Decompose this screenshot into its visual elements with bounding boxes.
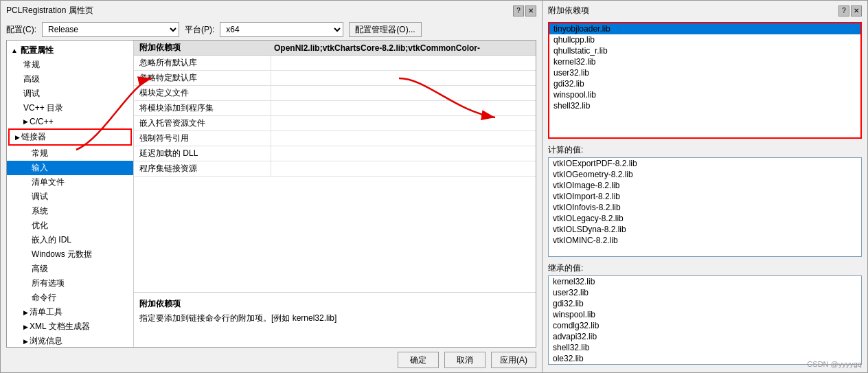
expand-icon: ▲ xyxy=(11,47,18,54)
right-titlebar-buttons: ? ✕ xyxy=(838,5,862,16)
prop-name-ignore-specific: 忽略特定默认库 xyxy=(134,71,271,85)
prop-name-add-module: 将模块添加到程序集 xyxy=(134,101,271,115)
close-button[interactable]: ✕ xyxy=(525,5,536,16)
tree-item-idl[interactable]: 嵌入的 IDL xyxy=(7,233,133,247)
prop-row: 嵌入托管资源文件 xyxy=(134,116,536,131)
tree-item-optimize[interactable]: 优化 xyxy=(7,218,133,233)
platform-label: 平台(P): xyxy=(185,24,214,36)
tree-item-linker-general[interactable]: 常规 xyxy=(7,146,133,161)
description-text: 指定要添加到链接命令行的附加项。[例如 kernel32.lib] xyxy=(139,313,530,324)
help-button[interactable]: ? xyxy=(513,5,524,16)
dep-item-inh-shell32[interactable]: shell32.lib xyxy=(549,342,861,353)
prop-row: 将模块添加到程序集 xyxy=(134,101,536,116)
tree-item-all-options[interactable]: 所有选项 xyxy=(7,276,133,291)
tree-item-cpp[interactable]: ▶ C/C++ xyxy=(7,115,133,128)
apply-button[interactable]: 应用(A) xyxy=(491,352,536,368)
prop-value-embed-managed[interactable] xyxy=(271,116,536,131)
dep-item-qhullcpp[interactable]: qhullcpp.lib xyxy=(549,34,860,45)
prop-value-ignore-all[interactable] xyxy=(271,56,536,70)
prop-header-value[interactable]: OpenNI2.lib;vtkChartsCore-8.2.lib;vtkCom… xyxy=(271,41,536,55)
inherited-label: 继承的值: xyxy=(548,262,862,274)
tree-item-cmdline[interactable]: 命令行 xyxy=(7,291,133,305)
tree-panel: ▲ 配置属性 常规 高级 调试 VC++ 目录 ▶ C/C++ ▶ 链接器 常规… xyxy=(7,41,134,347)
description-area: 附加依赖项 指定要添加到链接命令行的附加项。[例如 kernel32.lib] xyxy=(134,292,536,347)
top-dep-listbox[interactable]: tinyobjloader.lib qhullcpp.lib qhullstat… xyxy=(548,22,862,139)
dep-item-user32[interactable]: user32.lib xyxy=(549,67,860,78)
dep-item-ioimport[interactable]: vtkIOImport-8.2.lib xyxy=(549,191,861,202)
tree-item-system[interactable]: 系统 xyxy=(7,204,133,218)
prop-value-ignore-specific[interactable] xyxy=(271,71,536,85)
dep-item-inh-winspool[interactable]: winspool.lib xyxy=(549,309,861,320)
prop-value-module-def[interactable] xyxy=(271,86,536,100)
prop-header-row: 附加依赖项 OpenNI2.lib;vtkChartsCore-8.2.lib;… xyxy=(134,41,536,56)
config-select[interactable]: Release xyxy=(42,22,179,37)
prop-name-force-sym: 强制符号引用 xyxy=(134,131,271,146)
dep-item-inh-user32[interactable]: user32.lib xyxy=(549,287,861,298)
cancel-button[interactable]: 取消 xyxy=(444,352,486,368)
tree-item-xml-doc[interactable]: ▶ XML 文档生成器 xyxy=(7,319,133,334)
dep-item-inh-kernel32[interactable]: kernel32.lib xyxy=(549,276,861,287)
tree-item-debug[interactable]: 调试 xyxy=(7,87,133,101)
dep-item-gdi32[interactable]: gdi32.lib xyxy=(549,78,860,89)
dep-item-winspool[interactable]: winspool.lib xyxy=(549,89,860,100)
right-dialog: 附加依赖项 ? ✕ tinyobjloader.lib qhullcpp.lib… xyxy=(542,0,868,373)
dep-item-iominc[interactable]: vtkIOMINC-8.2.lib xyxy=(549,235,861,246)
dep-item-kernel32[interactable]: kernel32.lib xyxy=(549,56,860,67)
prop-row: 程序集链接资源 xyxy=(134,161,536,177)
prop-value-add-module[interactable] xyxy=(271,101,536,115)
tree-item-advanced[interactable]: 高级 xyxy=(7,72,133,87)
config-label: 配置(C): xyxy=(6,24,36,36)
prop-value-delay-dll[interactable] xyxy=(271,146,536,161)
tree-item-general[interactable]: 常规 xyxy=(7,58,133,72)
dep-item-ioinfovis[interactable]: vtkIOInfovis-8.2.lib xyxy=(549,202,861,213)
dep-item-inh-gdi32[interactable]: gdi32.lib xyxy=(549,298,861,309)
tree-section-config: ▲ 配置属性 xyxy=(7,43,133,58)
prop-name-module-def: 模块定义文件 xyxy=(134,86,271,100)
prop-value-force-sym[interactable] xyxy=(271,131,536,146)
main-titlebar: PCLRegistration 属性页 ? ✕ xyxy=(1,1,542,19)
tree-item-linker-input[interactable]: 输入 xyxy=(7,161,133,175)
dep-item-inh-comdlg32[interactable]: comdlg32.lib xyxy=(549,320,861,331)
tree-item-windows-meta[interactable]: Windows 元数据 xyxy=(7,247,133,262)
prop-header-name: 附加依赖项 xyxy=(134,41,271,55)
main-dialog: PCLRegistration 属性页 ? ✕ 配置(C): Release 平… xyxy=(0,0,542,373)
dialog-content: ▲ 配置属性 常规 高级 调试 VC++ 目录 ▶ C/C++ ▶ 链接器 常规… xyxy=(6,40,536,348)
ok-button[interactable]: 确定 xyxy=(398,352,439,368)
right-dialog-titlebar: 附加依赖项 ? ✕ xyxy=(542,1,867,19)
titlebar-buttons: ? ✕ xyxy=(513,5,536,16)
content-panel: 附加依赖项 OpenNI2.lib;vtkChartsCore-8.2.lib;… xyxy=(134,41,536,347)
tree-item-vc-dir[interactable]: VC++ 目录 xyxy=(7,101,133,115)
dep-item-ioimage[interactable]: vtkIOImage-8.2.lib xyxy=(549,180,861,191)
computed-label: 计算的值: xyxy=(548,144,862,156)
dep-item-inh-advapi32[interactable]: advapi32.lib xyxy=(549,331,861,342)
expand-cpp-icon: ▶ xyxy=(23,118,28,125)
right-help-button[interactable]: ? xyxy=(838,5,849,16)
prop-name-assembly-link: 程序集链接资源 xyxy=(134,161,271,176)
right-dialog-title: 附加依赖项 xyxy=(548,5,589,16)
dep-item-tinyobj[interactable]: tinyobjloader.lib xyxy=(549,23,860,34)
platform-select[interactable]: x64 xyxy=(220,22,343,37)
tree-item-manifest[interactable]: 清单文件 xyxy=(7,175,133,190)
dep-item-qhullstatic[interactable]: qhullstatic_r.lib xyxy=(549,45,860,56)
dep-item-ioexportpdf[interactable]: vtkIOExportPDF-8.2.lib xyxy=(549,158,861,169)
prop-row: 忽略特定默认库 xyxy=(134,71,536,86)
inherited-dep-listbox[interactable]: kernel32.lib user32.lib gdi32.lib winspo… xyxy=(548,275,862,365)
prop-value-assembly-link[interactable] xyxy=(271,161,536,176)
dep-item-iogeometry[interactable]: vtkIOGeometry-8.2.lib xyxy=(549,169,861,180)
tree-item-browse[interactable]: ▶ 浏览信息 xyxy=(7,334,133,347)
expand-xml-icon: ▶ xyxy=(23,324,28,330)
computed-dep-listbox[interactable]: vtkIOExportPDF-8.2.lib vtkIOGeometry-8.2… xyxy=(548,157,862,257)
tree-item-manifest-tool[interactable]: ▶ 清单工具 xyxy=(7,305,133,319)
prop-name-embed-managed: 嵌入托管资源文件 xyxy=(134,116,271,131)
right-close-button[interactable]: ✕ xyxy=(851,5,862,16)
tree-item-linker[interactable]: ▶ 链接器 xyxy=(10,130,130,144)
dep-item-shell32[interactable]: shell32.lib xyxy=(549,100,860,111)
tree-item-linker-debug[interactable]: 调试 xyxy=(7,190,133,204)
dep-item-iolegacy[interactable]: vtkIOLegacy-8.2.lib xyxy=(549,213,861,224)
computed-dep-section: 计算的值: vtkIOExportPDF-8.2.lib vtkIOGeomet… xyxy=(548,144,862,257)
dep-item-iolsdyna[interactable]: vtkIOLSDyna-8.2.lib xyxy=(549,224,861,235)
top-dep-section: tinyobjloader.lib qhullcpp.lib qhullstat… xyxy=(548,22,862,139)
watermark: CSDN @yyyygq xyxy=(807,360,862,368)
config-manager-button[interactable]: 配置管理器(O)... xyxy=(349,22,421,37)
tree-item-linker-advanced[interactable]: 高级 xyxy=(7,262,133,276)
